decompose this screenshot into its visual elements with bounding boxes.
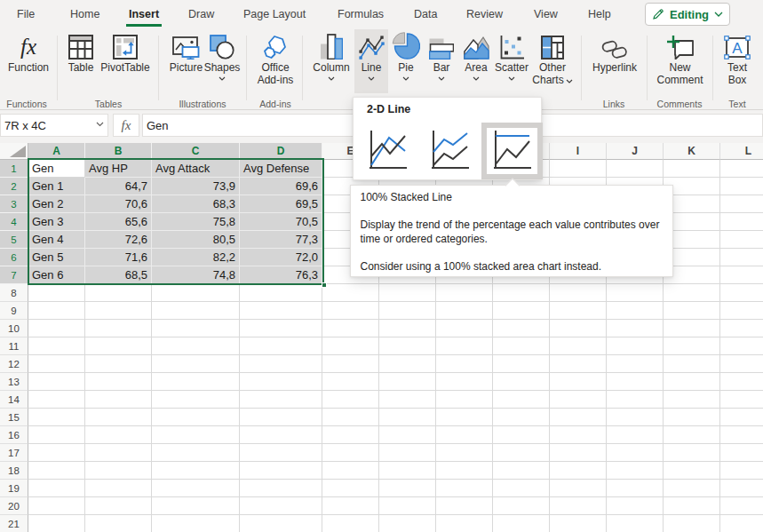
cell-F15[interactable] [379, 409, 436, 426]
cell-E12[interactable] [322, 355, 379, 373]
cell-D11[interactable] [240, 337, 322, 355]
cell-G16[interactable] [436, 426, 493, 444]
cell-B6[interactable]: 71,6 [85, 249, 152, 266]
cell-E20[interactable] [322, 497, 379, 515]
menu-data[interactable]: Data [411, 0, 440, 28]
cell-B3[interactable]: 70,6 [85, 195, 152, 213]
menu-review[interactable]: Review [464, 0, 505, 28]
cell-L14[interactable] [720, 391, 763, 409]
cell-F16[interactable] [379, 426, 436, 444]
menu-view[interactable]: View [531, 0, 560, 28]
function-button[interactable]: fx Function [4, 29, 53, 93]
cell-E8[interactable] [322, 284, 379, 302]
cell-K14[interactable] [664, 391, 720, 409]
cell-E21[interactable] [322, 515, 379, 532]
cell-F21[interactable] [379, 515, 436, 532]
cell-H18[interactable] [493, 462, 550, 480]
cell-A1[interactable]: Gen [28, 160, 85, 178]
cell-D4[interactable]: 70,5 [240, 213, 322, 231]
cell-C3[interactable]: 68,3 [152, 195, 240, 213]
pivottable-button[interactable]: PivotTable [99, 29, 151, 93]
cell-J16[interactable] [607, 426, 664, 444]
cell-K10[interactable] [664, 320, 720, 337]
picture-button[interactable]: Picture [166, 29, 206, 93]
column-header-B[interactable]: B [85, 143, 152, 160]
column-header-K[interactable]: K [664, 143, 720, 160]
row-header-16[interactable]: 16 [0, 426, 28, 444]
cell-D5[interactable]: 77,3 [240, 231, 322, 249]
cell-H8[interactable] [493, 284, 550, 302]
row-header-4[interactable]: 4 [0, 213, 28, 231]
cell-B7[interactable]: 68,5 [85, 266, 152, 284]
cell-D10[interactable] [240, 320, 322, 337]
cell-J17[interactable] [607, 444, 664, 462]
cell-L19[interactable] [720, 480, 763, 497]
cell-E13[interactable] [322, 373, 379, 391]
row-header-19[interactable]: 19 [0, 480, 28, 497]
menu-draw[interactable]: Draw [186, 0, 217, 28]
cell-G15[interactable] [436, 409, 493, 426]
column-header-L[interactable]: L [720, 143, 763, 160]
cell-K16[interactable] [664, 426, 720, 444]
cell-A7[interactable]: Gen 6 [28, 266, 85, 284]
line-chart-button[interactable]: Line [354, 29, 388, 93]
cell-H17[interactable] [493, 444, 550, 462]
menu-home[interactable]: Home [68, 0, 102, 28]
cell-G12[interactable] [436, 355, 493, 373]
cell-I21[interactable] [550, 515, 607, 532]
cell-F20[interactable] [379, 497, 436, 515]
cell-F8[interactable] [379, 284, 436, 302]
cell-K20[interactable] [664, 497, 720, 515]
cell-B16[interactable] [85, 426, 152, 444]
table-button[interactable]: Table [62, 29, 99, 93]
cell-F19[interactable] [379, 480, 436, 497]
cell-E15[interactable] [322, 409, 379, 426]
cell-A20[interactable] [28, 497, 85, 515]
column-header-A[interactable]: A [28, 143, 85, 160]
cell-L11[interactable] [720, 337, 763, 355]
cell-D8[interactable] [240, 284, 322, 302]
cell-L1[interactable] [720, 160, 763, 178]
insert-function-button[interactable]: fx [113, 114, 139, 137]
cell-A10[interactable] [28, 320, 85, 337]
cell-H13[interactable] [493, 373, 550, 391]
pie-chart-button[interactable]: Pie [390, 29, 422, 93]
menu-file[interactable]: File [14, 0, 37, 28]
cell-C13[interactable] [152, 373, 240, 391]
cell-A2[interactable]: Gen 1 [28, 178, 85, 195]
cell-I17[interactable] [550, 444, 607, 462]
row-header-7[interactable]: 7 [0, 266, 28, 284]
shapes-button[interactable]: Shapes [204, 29, 240, 93]
cell-I9[interactable] [550, 302, 607, 320]
cell-L12[interactable] [720, 355, 763, 373]
cell-L9[interactable] [720, 302, 763, 320]
cell-G20[interactable] [436, 497, 493, 515]
cell-D18[interactable] [240, 462, 322, 480]
cell-H15[interactable] [493, 409, 550, 426]
row-header-5[interactable]: 5 [0, 231, 28, 249]
cell-J10[interactable] [607, 320, 664, 337]
cell-L4[interactable] [720, 213, 763, 231]
cell-C7[interactable]: 74,8 [152, 266, 240, 284]
menu-page-layout[interactable]: Page Layout [241, 0, 308, 28]
cell-K12[interactable] [664, 355, 720, 373]
menu-insert[interactable]: Insert [126, 0, 162, 28]
column-header-C[interactable]: C [152, 143, 240, 160]
cell-L18[interactable] [720, 462, 763, 480]
row-header-1[interactable]: 1 [0, 160, 28, 178]
row-header-10[interactable]: 10 [0, 320, 28, 337]
cell-A12[interactable] [28, 355, 85, 373]
cell-F13[interactable] [379, 373, 436, 391]
cell-L2[interactable] [720, 178, 763, 195]
cell-J8[interactable] [607, 284, 664, 302]
cell-G14[interactable] [436, 391, 493, 409]
row-header-21[interactable]: 21 [0, 515, 28, 532]
row-header-17[interactable]: 17 [0, 444, 28, 462]
cell-A3[interactable]: Gen 2 [28, 195, 85, 213]
cell-G19[interactable] [436, 480, 493, 497]
cell-F9[interactable] [379, 302, 436, 320]
cell-C20[interactable] [152, 497, 240, 515]
cell-A15[interactable] [28, 409, 85, 426]
cell-F10[interactable] [379, 320, 436, 337]
cell-J11[interactable] [607, 337, 664, 355]
